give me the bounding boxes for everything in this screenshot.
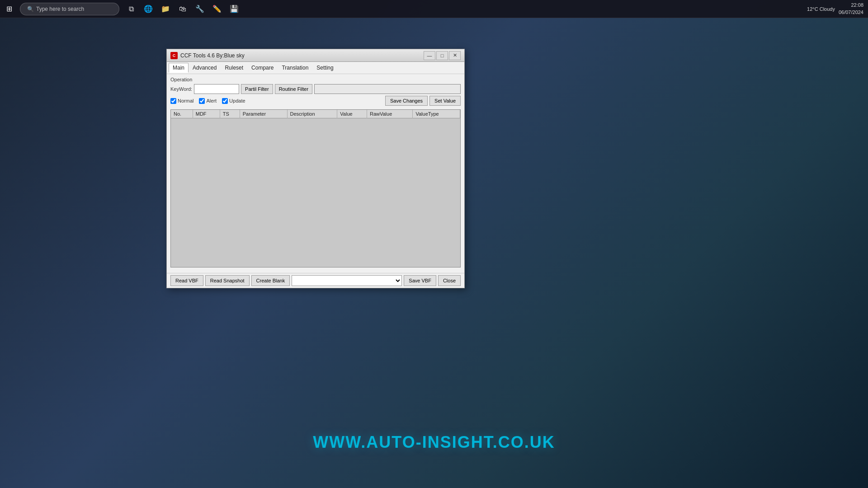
app-icon: C xyxy=(170,52,178,59)
search-icon: 🔍 xyxy=(27,6,34,12)
edge-icon[interactable]: 🌐 xyxy=(141,2,156,16)
taskview-icon[interactable]: ⧉ xyxy=(124,2,138,16)
minimize-button[interactable]: — xyxy=(424,51,435,60)
col-ts: TS xyxy=(220,110,240,118)
checkbox-row: Normal Alert Update xyxy=(170,98,245,104)
menu-bar: Main Advanced Ruleset Compare Translatio… xyxy=(167,62,464,74)
explorer-icon[interactable]: 📁 xyxy=(158,2,173,16)
read-vbf-button[interactable]: Read VBF xyxy=(170,275,203,286)
weather-info: 12°C Cloudy xyxy=(807,6,835,12)
table-header-row: No. MDF TS Parameter Description Value R… xyxy=(171,110,460,118)
tool2-icon[interactable]: ✏️ xyxy=(210,2,224,16)
clock: 22:08 06/07/2024 xyxy=(839,2,863,16)
value-display-box xyxy=(314,84,461,94)
col-value: Value xyxy=(337,110,367,118)
bottom-right-buttons: Save VBF Close xyxy=(404,275,461,286)
date-display: 06/07/2024 xyxy=(839,9,863,16)
data-table-container: No. MDF TS Parameter Description Value R… xyxy=(170,109,461,267)
search-text: Type here to search xyxy=(36,6,84,12)
menu-item-ruleset[interactable]: Ruleset xyxy=(221,63,247,73)
col-parameter: Parameter xyxy=(240,110,287,118)
checkbox-update[interactable]: Update xyxy=(222,98,245,104)
close-app-button[interactable]: Close xyxy=(438,275,461,286)
taskbar: ⊞ 🔍 Type here to search ⧉ 🌐 📁 🛍 🔧 ✏️ 💾 1… xyxy=(0,0,868,18)
bottom-bar: Read VBF Read Snapshot Create Blank Save… xyxy=(167,273,464,288)
create-blank-button[interactable]: Create Blank xyxy=(251,275,290,286)
checkbox-alert[interactable]: Alert xyxy=(199,98,217,104)
col-description: Description xyxy=(287,110,337,118)
time-display: 22:08 xyxy=(839,2,863,9)
website-text: WWW.AUTO-INSIGHT.CO.UK xyxy=(313,433,555,452)
save-changes-button[interactable]: Save Changes xyxy=(385,96,428,106)
menu-item-translation[interactable]: Translation xyxy=(278,63,312,73)
menu-item-main[interactable]: Main xyxy=(169,63,189,73)
tool3-icon[interactable]: 💾 xyxy=(227,2,241,16)
menu-item-setting[interactable]: Setting xyxy=(312,63,337,73)
checkbox-normal[interactable]: Normal xyxy=(170,98,193,104)
desktop: ⊞ 🔍 Type here to search ⧉ 🌐 📁 🛍 🔧 ✏️ 💾 1… xyxy=(0,0,868,488)
col-mdf: MDF xyxy=(193,110,220,118)
app-window: C CCF Tools 4.6 By:Blue sky — □ ✕ Main A… xyxy=(166,49,465,288)
col-no: No. xyxy=(171,110,193,118)
search-bar[interactable]: 🔍 Type here to search xyxy=(20,3,119,15)
read-snapshot-button[interactable]: Read Snapshot xyxy=(205,275,250,286)
keyword-input[interactable] xyxy=(194,84,239,94)
save-vbf-button[interactable]: Save VBF xyxy=(404,275,436,286)
store-icon[interactable]: 🛍 xyxy=(175,2,190,16)
vbf-select[interactable] xyxy=(292,275,402,286)
start-button[interactable]: ⊞ xyxy=(0,0,18,18)
data-table: No. MDF TS Parameter Description Value R… xyxy=(171,110,460,118)
partil-filter-button[interactable]: Partil Filter xyxy=(241,84,273,94)
keyword-label: KeyWord: xyxy=(170,86,192,92)
col-valuetype: ValueType xyxy=(413,110,460,118)
title-bar: C CCF Tools 4.6 By:Blue sky — □ ✕ xyxy=(167,49,464,62)
taskbar-icons: ⧉ 🌐 📁 🛍 🔧 ✏️ 💾 xyxy=(124,2,241,16)
window-title: CCF Tools 4.6 By:Blue sky xyxy=(180,52,424,59)
col-rawvalue: RawValue xyxy=(367,110,412,118)
action-row: Save Changes Set Value xyxy=(385,96,461,106)
set-value-button[interactable]: Set Value xyxy=(429,96,461,106)
taskbar-right: 12°C Cloudy 22:08 06/07/2024 xyxy=(807,2,868,16)
filter-row: KeyWord: Partil Filter Routine Filter xyxy=(170,84,461,94)
main-content: Operation KeyWord: Partil Filter Routine… xyxy=(167,74,464,273)
operation-label: Operation xyxy=(170,77,461,82)
menu-item-compare[interactable]: Compare xyxy=(247,63,278,73)
close-button[interactable]: ✕ xyxy=(449,51,461,60)
menu-item-advanced[interactable]: Advanced xyxy=(189,63,221,73)
maximize-button[interactable]: □ xyxy=(436,51,448,60)
routine-filter-button[interactable]: Routine Filter xyxy=(275,84,312,94)
window-controls: — □ ✕ xyxy=(424,51,461,60)
tool1-icon[interactable]: 🔧 xyxy=(193,2,207,16)
